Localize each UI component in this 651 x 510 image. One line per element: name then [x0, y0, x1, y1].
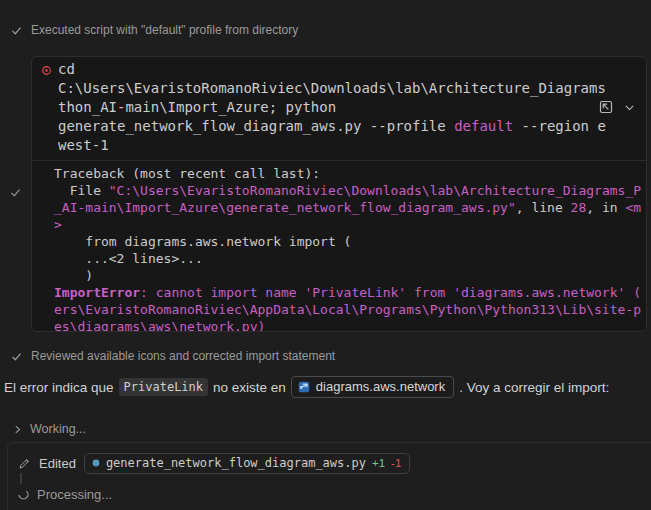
terminal-command-text: cdC:\Users\EvaristoRomanoRiviec\Download…: [58, 60, 606, 155]
diff-added-count: +1: [372, 457, 385, 469]
assistant-message: El error indica que PrivateLink no exist…: [4, 376, 609, 398]
terminal-block: cdC:\Users\EvaristoRomanoRiviec\Download…: [31, 56, 647, 332]
python-file-icon: [92, 459, 100, 467]
output-check-icon: [9, 186, 22, 199]
message-middle: no existe en: [213, 380, 286, 395]
diff-removed-count: -1: [391, 457, 401, 469]
tool-activity-card: Edited generate_network_flow_diagram_aws…: [7, 442, 651, 510]
edited-row: Edited generate_network_flow_diagram_aws…: [18, 453, 410, 474]
check-icon: [10, 350, 23, 363]
pencil-icon: [18, 457, 31, 470]
terminal-output-text: Traceback (most recent call last): File …: [32, 161, 646, 332]
edited-file-chip[interactable]: generate_network_flow_diagram_aws.py +1 …: [84, 453, 410, 474]
terminal-command-section: cdC:\Users\EvaristoRomanoRiviec\Download…: [32, 57, 646, 160]
python-module-icon: [298, 381, 310, 393]
insert-into-terminal-icon[interactable]: [598, 99, 614, 115]
file-ref-label: diagrams.aws.network: [316, 379, 445, 394]
status-reviewed-label: Reviewed available icons and corrected i…: [31, 349, 335, 363]
spinner-icon: [17, 488, 30, 501]
processing-label: Processing...: [37, 487, 112, 502]
check-icon: [10, 24, 23, 37]
working-row[interactable]: Working...: [12, 422, 86, 436]
working-label: Working...: [30, 422, 86, 436]
status-executed-label: Executed script with "default" profile f…: [31, 23, 298, 37]
message-prefix: El error indica que: [4, 380, 114, 395]
chevron-right-icon: [12, 424, 23, 435]
edited-file-name: generate_network_flow_diagram_aws.py: [106, 456, 366, 470]
inline-code-privatelink: PrivateLink: [119, 378, 208, 396]
status-executed-row[interactable]: Executed script with "default" profile f…: [10, 23, 298, 37]
processing-row: Processing...: [17, 487, 112, 502]
file-ref-chip[interactable]: diagrams.aws.network: [291, 376, 454, 398]
message-suffix: . Voy a corregir el import:: [459, 380, 609, 395]
status-reviewed-row[interactable]: Reviewed available icons and corrected i…: [10, 349, 335, 363]
tool-connector-line: [20, 473, 22, 484]
command-failed-icon: [41, 65, 52, 76]
edited-label: Edited: [39, 456, 76, 471]
chevron-down-icon[interactable]: [623, 101, 636, 114]
